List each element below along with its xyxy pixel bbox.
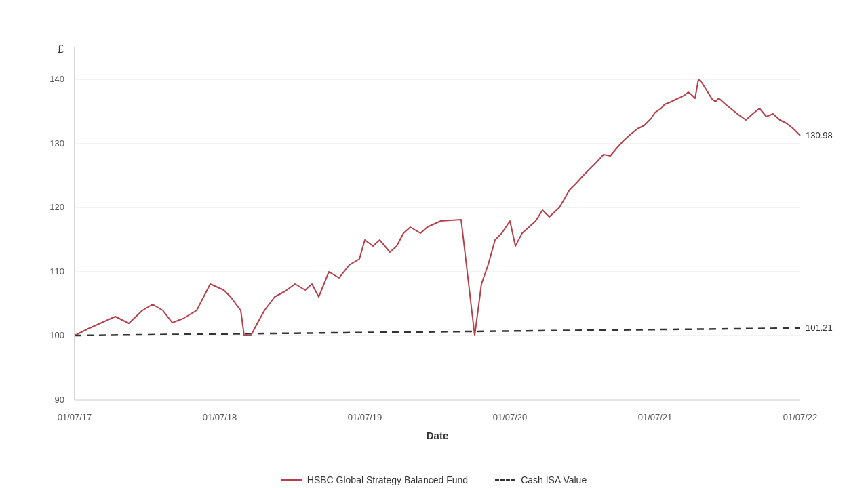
x-tick-2022: 01/07/22 (783, 412, 818, 422)
y-tick-110: 110 (50, 266, 64, 277)
y-tick-100: 100 (50, 330, 64, 340)
legend-line-hsbc (281, 479, 302, 481)
x-tick-2017: 01/07/17 (58, 412, 92, 422)
legend-label-hsbc: HSBC Global Strategy Balanced Fund (307, 474, 468, 485)
x-tick-2020: 01/07/20 (493, 412, 528, 422)
legend-item-cash: Cash ISA Value (495, 474, 587, 485)
y-tick-90: 90 (55, 394, 64, 405)
legend-item-hsbc: HSBC Global Strategy Balanced Fund (281, 474, 468, 485)
cash-isa-line (75, 328, 800, 336)
chart-legend: HSBC Global Strategy Balanced Fund Cash … (27, 474, 841, 485)
cash-isa-end-label: 101.21 (806, 323, 833, 333)
y-axis-label: £ (58, 43, 64, 55)
x-tick-2021: 01/07/21 (638, 412, 673, 422)
hsbc-end-label: 130.98 (806, 130, 833, 140)
x-axis-label: Date (427, 430, 449, 441)
y-tick-140: 140 (50, 74, 64, 84)
chart-container: £ 90 100 110 120 130 140 01/07/17 01/07/… (27, 20, 841, 468)
legend-label-cash: Cash ISA Value (521, 474, 587, 485)
legend-line-cash (495, 479, 515, 481)
x-tick-2019: 01/07/19 (348, 412, 382, 422)
y-tick-130: 130 (50, 138, 64, 148)
y-tick-120: 120 (50, 202, 64, 212)
x-tick-2018: 01/07/18 (203, 412, 237, 422)
